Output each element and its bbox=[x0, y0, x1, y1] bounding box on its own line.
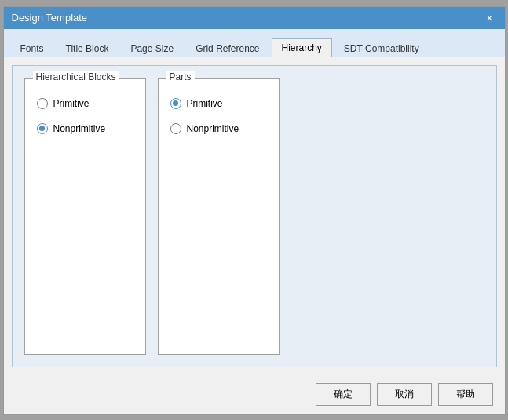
hierarchical-blocks-nonprimitive-radio[interactable] bbox=[37, 123, 48, 134]
parts-nonprimitive-option[interactable]: Nonprimitive bbox=[170, 123, 267, 134]
parts-radio-group: Primitive Nonprimitive bbox=[170, 98, 267, 134]
content-area: Hierarchical Blocks Primitive Nonprimiti… bbox=[4, 57, 505, 375]
tab-title-block[interactable]: Title Block bbox=[56, 39, 119, 57]
title-bar: Design Template × bbox=[4, 7, 505, 29]
ok-button[interactable]: 确定 bbox=[316, 383, 371, 406]
hierarchical-blocks-primitive-radio[interactable] bbox=[37, 98, 48, 109]
group-hierarchical-blocks-label: Hierarchical Blocks bbox=[33, 71, 119, 82]
group-parts: Parts Primitive Nonprimitive bbox=[158, 78, 280, 355]
main-window: Design Template × Fonts Title Block Page… bbox=[3, 6, 506, 415]
parts-primitive-label: Primitive bbox=[187, 98, 223, 109]
window-title: Design Template bbox=[12, 12, 88, 24]
hierarchical-blocks-primitive-label: Primitive bbox=[53, 98, 90, 109]
help-button[interactable]: 帮助 bbox=[438, 383, 493, 406]
tab-bar: Fonts Title Block Page Size Grid Referen… bbox=[4, 29, 505, 57]
parts-nonprimitive-label: Nonprimitive bbox=[187, 123, 239, 134]
hierarchical-blocks-primitive-option[interactable]: Primitive bbox=[37, 98, 133, 109]
tab-fonts[interactable]: Fonts bbox=[10, 39, 54, 57]
parts-primitive-dot bbox=[173, 100, 178, 106]
footer: 确定 取消 帮助 bbox=[4, 375, 505, 414]
close-button[interactable]: × bbox=[482, 11, 496, 25]
hierarchical-blocks-radio-group: Primitive Nonprimitive bbox=[37, 98, 133, 134]
hierarchical-blocks-nonprimitive-label: Nonprimitive bbox=[53, 123, 106, 134]
tab-sdt-compatibility[interactable]: SDT Compatibility bbox=[334, 39, 429, 57]
tab-hierarchy[interactable]: Hierarchy bbox=[272, 38, 332, 57]
cancel-button[interactable]: 取消 bbox=[377, 383, 432, 406]
parts-primitive-option[interactable]: Primitive bbox=[170, 98, 267, 109]
tab-page-size[interactable]: Page Size bbox=[120, 39, 184, 57]
tab-grid-reference[interactable]: Grid Reference bbox=[185, 39, 269, 57]
parts-primitive-radio[interactable] bbox=[170, 98, 181, 109]
hierarchical-blocks-nonprimitive-dot bbox=[39, 126, 45, 131]
group-hierarchical-blocks: Hierarchical Blocks Primitive Nonprimiti… bbox=[24, 78, 146, 355]
hierarchical-blocks-nonprimitive-option[interactable]: Nonprimitive bbox=[37, 123, 133, 134]
group-parts-label: Parts bbox=[166, 71, 195, 82]
parts-nonprimitive-radio[interactable] bbox=[170, 123, 181, 134]
tab-content-hierarchy: Hierarchical Blocks Primitive Nonprimiti… bbox=[12, 65, 497, 367]
